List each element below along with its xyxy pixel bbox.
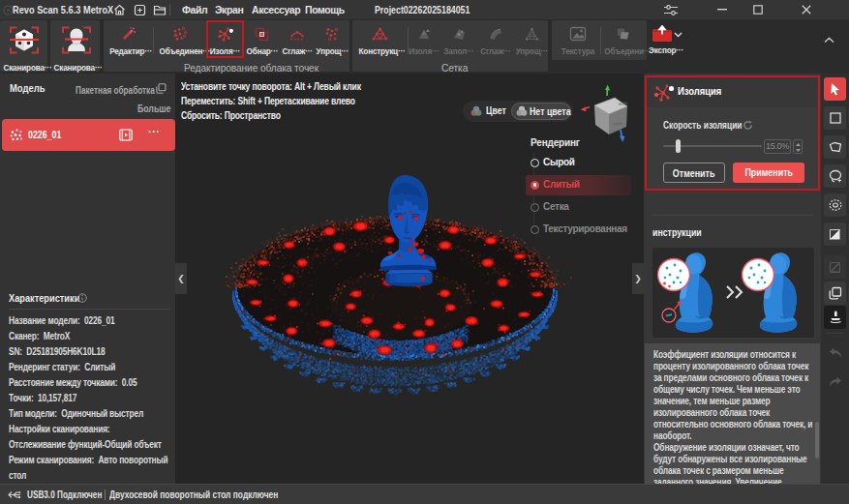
svg-text:верх: верх	[618, 101, 628, 106]
